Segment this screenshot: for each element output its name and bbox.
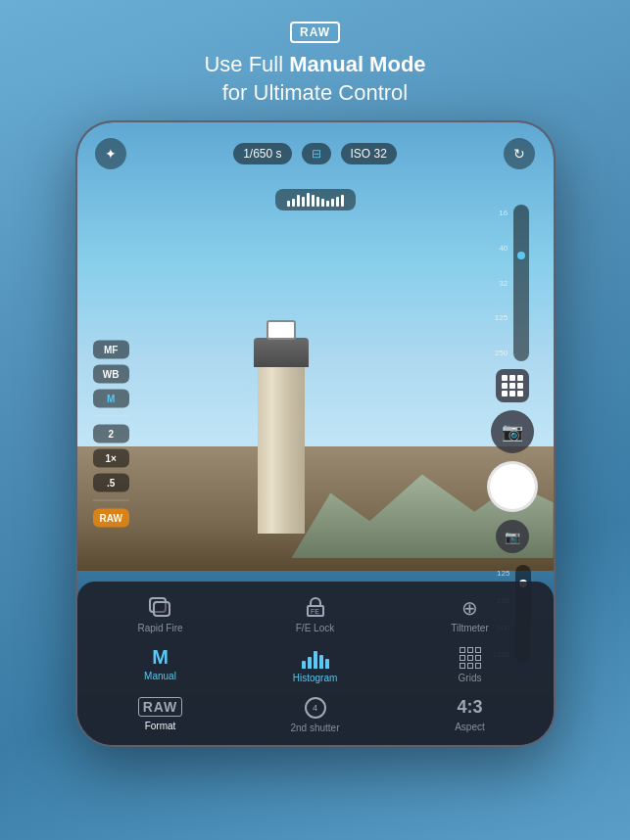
grid-cell [475,655,481,661]
level-bar [302,197,305,207]
grids-icon-shape [460,647,481,669]
raw-format-item[interactable]: RAW Format [87,697,234,733]
level-bar [292,199,295,207]
fe-lock-label: F/E Lock [296,623,334,633]
divider [93,416,129,417]
grid-cell [460,663,465,669]
grid-cell [475,647,481,653]
grid-dot [502,383,508,389]
iso-badge[interactable]: ISO 32 [341,143,397,164]
header-title-bold: Manual Mode [289,52,425,76]
shutter-label-125: 125 [497,569,509,578]
photo-library-button[interactable]: 📷 [491,410,534,453]
mf-control[interactable]: MF [93,341,129,359]
zoom-1x[interactable]: 1× [93,449,129,468]
level-bar [321,199,324,207]
right-buttons: 📷 📷 [487,369,538,553]
header-title: Use Full Manual Mode for Ultimate Contro… [204,51,425,107]
left-controls: MF WB M 2 1× .5 RAW [93,341,129,528]
grid-cell [475,663,481,669]
raw-control[interactable]: RAW [93,509,129,528]
iso-slider[interactable] [513,205,529,361]
divider [93,500,129,501]
fe-lock-item[interactable]: FE F/E Lock [242,597,389,633]
shutter2-icon-shape: 4 [305,697,326,719]
grid-view-button[interactable] [496,369,529,402]
lock-body: FE [307,605,324,617]
grid-dot [517,383,523,389]
level-bar [287,201,290,207]
rapid-fire-label: Rapid Fire [137,623,182,633]
settings-icon[interactable]: ✦ [95,138,126,169]
grid-icon [502,375,523,397]
header: RAW Use Full Manual Mode for Ultimate Co… [204,0,425,107]
iso-label-125: 125 [495,313,508,322]
raw-format-label: Format [145,721,176,731]
level-bar [341,195,344,207]
manual-item[interactable]: M Manual [87,647,234,683]
camera-view: ✦ 1/650 s ⊟ ISO 32 ↻ [77,122,554,745]
iso-label-40: 40 [499,244,508,253]
hist-bar [325,659,329,669]
level-indicator [275,189,356,210]
shutter2-badge: 4 [313,704,317,713]
rapid-fire-item[interactable]: Rapid Fire [87,597,234,633]
iso-label-16: 16 [499,209,508,217]
content-wrapper: RAW Use Full Manual Mode for Ultimate Co… [0,0,630,747]
header-title-prefix: Use Full [204,52,289,76]
level-bar [297,195,300,207]
histogram-label: Histogram [293,673,338,683]
zoom-2x[interactable]: 2 [93,425,129,443]
2nd-shutter-icon: 4 [305,697,326,719]
rapid-fire-icon [149,597,172,619]
tiltmeter-icon: ⊕ [461,597,478,619]
2nd-shutter-item[interactable]: 4 2nd shutter [242,697,389,733]
flip-camera-icon[interactable]: ↻ [504,138,535,169]
grid-cell [460,647,465,653]
level-bar [312,195,315,207]
bottom-controls-grid: Rapid Fire FE F/E Lock [87,597,544,733]
lock-top [310,597,321,605]
header-title-line2: for Ultimate Control [222,80,409,105]
fe-lock-icon: FE [305,597,326,619]
ev-badge: ⊟ [302,143,331,164]
lock-icon-shape: FE [305,597,326,619]
iso-label-32: 32 [499,279,508,288]
hist-bar [308,657,312,669]
zoom-05x[interactable]: .5 [93,474,129,492]
m-control[interactable]: M [93,390,129,408]
2nd-shutter-label: 2nd shutter [290,723,339,733]
iso-label-250: 250 [495,349,508,357]
grid-dot [502,375,508,381]
manual-label: Manual [144,671,176,681]
histogram-item[interactable]: Histogram [242,647,389,683]
top-bar: ✦ 1/650 s ⊟ ISO 32 ↻ [77,138,554,169]
top-bar-center: 1/650 s ⊟ ISO 32 [233,143,397,164]
iso-slider-thumb [517,252,525,259]
aspect-item[interactable]: 4:3 Aspect [397,697,544,733]
aspect-value: 4:3 [457,697,482,718]
hist-bar [302,661,306,669]
grid-cell [467,655,473,661]
grid-cell [460,655,465,661]
grids-label: Grids [459,673,482,683]
level-bar [316,197,319,207]
grid-cell [467,647,473,653]
shutter-speed-badge[interactable]: 1/650 s [233,143,291,164]
level-bars [287,193,344,207]
tiltmeter-label: Tiltmeter [451,623,489,633]
grid-cell [467,663,473,669]
grids-item[interactable]: Grids [397,647,544,683]
shutter-button[interactable] [487,461,538,512]
level-bar [307,193,310,207]
grid-dot [502,391,508,397]
bottom-panel: Rapid Fire FE F/E Lock [77,582,554,745]
grid-dot [509,383,515,389]
front-camera-button[interactable]: 📷 [496,520,529,553]
wb-control[interactable]: WB [93,365,129,384]
grid-dot [517,375,523,381]
aspect-label: Aspect [455,722,485,732]
camera-ui: ✦ 1/650 s ⊟ ISO 32 ↻ [77,122,554,745]
tiltmeter-item[interactable]: ⊕ Tiltmeter [397,597,544,633]
level-bar [331,199,334,207]
